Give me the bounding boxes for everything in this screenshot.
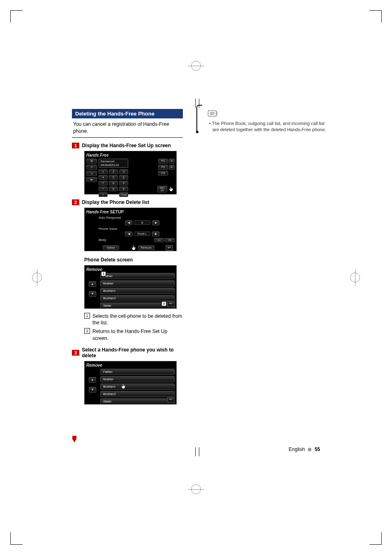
keypad-plus: +	[99, 192, 108, 197]
crop-mark	[369, 532, 382, 545]
callout-desc-1: Selects the cell-phone to be deleted fro…	[92, 313, 183, 327]
list-item: Father	[100, 369, 175, 375]
preset-p1: P1	[158, 159, 168, 164]
setup-title: Hands Free SETUP	[86, 210, 124, 214]
scroll-down-icon: ▼	[89, 291, 96, 297]
step-title-2: Display the Phone Delete list	[82, 199, 149, 205]
hands-free-setup-screenshot: Hands Free SETUP Auto Response ◀ 8 ▶ Pho…	[84, 208, 177, 251]
crop-mark	[10, 532, 23, 545]
back-icon: ↩	[166, 245, 173, 251]
footer-language: English	[289, 446, 305, 452]
setup-button: SET UP	[157, 186, 167, 192]
call-icon: ✆	[169, 165, 175, 170]
list-item: Brother1	[100, 384, 175, 390]
outgoing-icon: ↗	[86, 165, 97, 170]
keypad-0: 0	[109, 187, 118, 191]
step-title-1: Display the Hands-Free Set Up screen	[82, 143, 171, 148]
registration-mark	[29, 269, 45, 286]
keypad-6: 6	[119, 175, 128, 180]
intro-text: You can cancel a registration of Hands-F…	[72, 118, 183, 138]
preset-p3: P3	[158, 171, 168, 176]
beep-on: On	[154, 238, 164, 242]
step-number-3: 3	[72, 350, 79, 356]
remove-screenshot-2: Remove ▲ ▼ Father Mother Brother1	[84, 361, 177, 405]
continue-arrow-icon	[72, 436, 76, 442]
step-number-2: 2	[72, 199, 79, 205]
left-arrow-icon: ◀	[125, 231, 132, 236]
guide-mark	[195, 447, 199, 456]
beep-label: Beep	[99, 238, 123, 242]
scroll-up-icon: ▲	[89, 377, 96, 383]
right-arrow-icon: ▶	[152, 231, 159, 236]
registration-mark	[347, 269, 363, 286]
touch-hand-icon	[168, 186, 175, 192]
touch-hand-icon	[131, 245, 137, 251]
keypad-1: 1	[99, 169, 108, 174]
footer-page-number: 55	[315, 446, 320, 452]
hf-contact-name: Kenwood	[101, 160, 126, 163]
hf-contact-number: 0426465116	[101, 163, 126, 167]
auto-response-label: Auto Response	[99, 216, 123, 220]
back-icon: ↩	[167, 397, 175, 402]
scroll-down-icon: ▼	[89, 387, 96, 393]
step-title-3: Select a Hands-Free phone you wish to de…	[82, 347, 183, 358]
keypad-5: 5	[109, 175, 118, 180]
keypad-9: 9	[119, 181, 128, 185]
touch-hand-icon	[120, 383, 127, 390]
left-arrow-icon: ◀	[125, 220, 132, 225]
remove-screenshot-1: Remove 1 ▲ ▼ Father Mother Brother1	[84, 265, 177, 309]
remove-title: Remove	[86, 363, 102, 368]
crop-mark	[10, 10, 23, 23]
keypad-hash: #	[119, 187, 128, 191]
back-icon: ↩	[167, 301, 175, 307]
callout-ref-2: 2	[84, 328, 90, 334]
step-number-1: 1	[72, 143, 79, 148]
hf-title: Hands Free	[86, 153, 108, 157]
select-button: Select	[103, 245, 119, 250]
footer-dot-icon	[308, 448, 311, 451]
svg-marker-4	[72, 436, 76, 442]
remove-title: Remove	[86, 267, 102, 272]
hands-free-screenshot: Hands Free ☰ ↗ ↘ ◂▸ Kenwood 04264651	[84, 151, 177, 194]
list-item: Sister	[100, 398, 175, 405]
callout-2: 2	[161, 301, 166, 306]
list-item-label: Brother1	[103, 385, 116, 388]
right-arrow-icon: ▶	[152, 220, 159, 225]
callout-desc-2: Returns to the Hands-Free Set Up screen.	[92, 328, 183, 342]
keypad-7: 7	[99, 181, 108, 185]
registration-mark	[188, 481, 204, 497]
phone-voice-value: Front L	[134, 231, 150, 236]
callout-ref-1: 1	[84, 313, 90, 319]
list-item: Father	[100, 273, 175, 279]
note-icon	[208, 109, 219, 118]
list-item: Brother2	[100, 391, 175, 397]
keypad-clear: Clear	[119, 192, 128, 197]
phone-voice-label: Phone Voice	[99, 227, 123, 231]
section-title: Deleting the Hands-Free Phone	[72, 109, 183, 118]
registration-mark	[188, 58, 204, 74]
phonebook-icon: ☰	[86, 159, 97, 164]
beep-off: Off	[165, 238, 175, 242]
incoming-icon: ↘	[86, 171, 97, 176]
list-item: Mother	[100, 376, 175, 382]
hangup-icon: ✕	[169, 159, 175, 164]
crop-mark	[369, 10, 382, 23]
keypad-2: 2	[109, 169, 118, 174]
keypad-star: *	[99, 187, 108, 191]
phone-delete-heading: Phone Delete screen	[84, 257, 183, 263]
auto-response-value: 8	[134, 220, 150, 225]
note-text: The Phone Book, outgoing call list, and …	[208, 120, 327, 133]
page-footer: English 55	[289, 446, 320, 452]
list-item: Mother	[100, 280, 175, 287]
scroll-up-icon: ▲	[89, 281, 96, 287]
preset-p2: P2	[158, 165, 168, 170]
list-item: Brother2	[100, 295, 175, 301]
remove-button: Remove	[138, 245, 154, 250]
keypad-3: 3	[119, 169, 128, 174]
keypad-4: 4	[99, 175, 108, 180]
keypad-8: 8	[109, 181, 118, 185]
voice-icon: ◂▸	[86, 177, 97, 182]
callout-1: 1	[101, 271, 106, 276]
list-item: Brother1	[100, 288, 175, 294]
